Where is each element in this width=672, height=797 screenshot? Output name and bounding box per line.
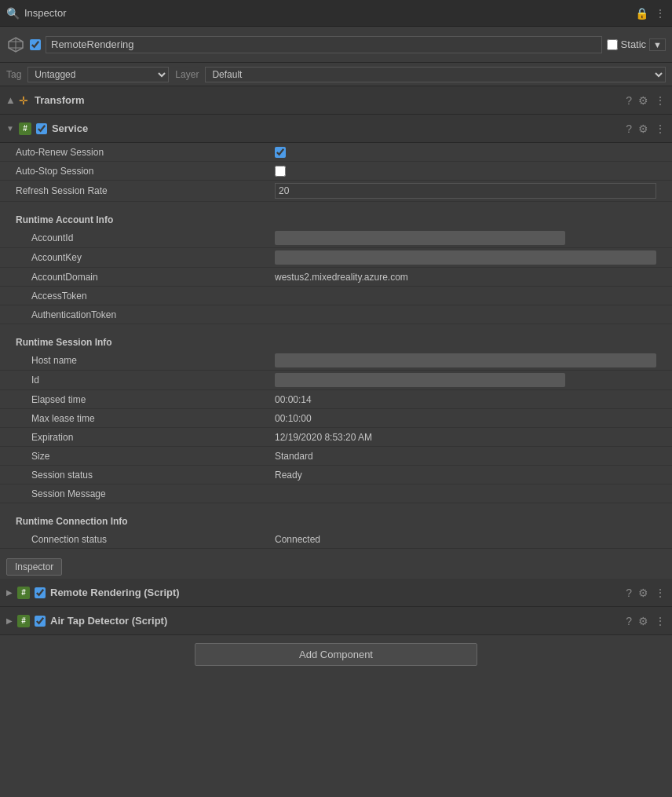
size-label: Size bbox=[16, 451, 275, 462]
service-toolbar: ? ⚙ ⋮ bbox=[626, 122, 666, 135]
transform-title: Transform bbox=[35, 94, 621, 106]
session-status-label: Session status bbox=[16, 470, 275, 481]
transform-arrow-icon: ▶ bbox=[5, 97, 14, 104]
tag-label: Tag bbox=[6, 69, 21, 80]
remote-rendering-menu-icon[interactable]: ⋮ bbox=[655, 587, 666, 599]
account-id-row: AccountId bbox=[0, 228, 672, 248]
max-lease-value: 00:10:00 bbox=[275, 413, 312, 424]
air-tap-toolbar: ? ⚙ ⋮ bbox=[626, 615, 666, 627]
gameobject-active-checkbox[interactable] bbox=[30, 39, 41, 50]
title-bar-text: Inspector bbox=[24, 7, 66, 19]
account-id-label: AccountId bbox=[16, 232, 275, 243]
account-domain-label: AccountDomain bbox=[16, 272, 275, 283]
gameobject-name-input[interactable] bbox=[46, 36, 602, 53]
session-message-row: Session Message bbox=[0, 484, 672, 503]
id-field[interactable] bbox=[275, 373, 565, 387]
remote-rendering-toolbar: ? ⚙ ⋮ bbox=[626, 587, 666, 599]
access-token-row: AccessToken bbox=[0, 287, 672, 305]
static-label: Static bbox=[621, 38, 647, 50]
add-component-button[interactable]: Add Component bbox=[195, 643, 477, 666]
air-tap-hash-icon: # bbox=[17, 615, 30, 627]
menu-icon[interactable]: ⋮ bbox=[655, 7, 666, 20]
gameobject-cube-icon bbox=[6, 35, 25, 54]
expiration-row: Expiration 12/19/2020 8:53:20 AM bbox=[0, 428, 672, 447]
service-arrow-icon: ▼ bbox=[6, 124, 14, 133]
lock-icon[interactable]: 🔒 bbox=[635, 7, 648, 20]
host-name-row: Host name bbox=[0, 351, 672, 371]
transform-icon: ✛ bbox=[17, 94, 30, 107]
account-domain-row: AccountDomain westus2.mixedreality.azure… bbox=[0, 268, 672, 287]
remote-rendering-arrow-icon: ▶ bbox=[6, 588, 13, 597]
auto-renew-checkbox[interactable] bbox=[275, 147, 286, 158]
transform-toolbar: ? ⚙ ⋮ bbox=[626, 94, 666, 107]
expiration-label: Expiration bbox=[16, 432, 275, 443]
account-key-label: AccountKey bbox=[16, 252, 275, 263]
id-row: Id bbox=[0, 371, 672, 390]
remote-rendering-settings-icon[interactable]: ⚙ bbox=[638, 587, 648, 599]
service-component-header[interactable]: ▼ # Service ? ⚙ ⋮ bbox=[0, 115, 672, 143]
inspector-button[interactable]: Inspector bbox=[6, 558, 62, 576]
service-active-checkbox[interactable] bbox=[36, 123, 47, 134]
service-hash-icon: # bbox=[19, 122, 31, 135]
service-menu-icon[interactable]: ⋮ bbox=[655, 122, 666, 135]
static-checkbox[interactable] bbox=[607, 39, 618, 50]
account-id-field[interactable] bbox=[275, 231, 565, 245]
auth-token-row: AuthenticationToken bbox=[0, 305, 672, 324]
session-status-row: Session status Ready bbox=[0, 466, 672, 484]
auth-token-label: AuthenticationToken bbox=[16, 309, 275, 320]
id-label: Id bbox=[16, 375, 275, 386]
auto-stop-row: Auto-Stop Session bbox=[0, 162, 672, 181]
service-settings-icon[interactable]: ⚙ bbox=[638, 122, 648, 135]
account-domain-value: westus2.mixedreality.azure.com bbox=[275, 272, 408, 283]
remote-rendering-help-icon[interactable]: ? bbox=[626, 587, 632, 599]
runtime-session-header: Runtime Session Info bbox=[0, 331, 672, 351]
runtime-account-header: Runtime Account Info bbox=[0, 208, 672, 228]
runtime-connection-header: Runtime Connection Info bbox=[0, 510, 672, 530]
service-help-icon[interactable]: ? bbox=[626, 122, 632, 135]
gameobject-header: Static ▼ bbox=[0, 27, 672, 63]
air-tap-title: Air Tap Detector (Script) bbox=[50, 615, 621, 627]
transform-component-header[interactable]: ▶ ✛ Transform ? ⚙ ⋮ bbox=[0, 86, 672, 115]
layer-select[interactable]: Default bbox=[205, 67, 666, 82]
auto-stop-label: Auto-Stop Session bbox=[16, 166, 275, 177]
remote-rendering-active-checkbox[interactable] bbox=[35, 587, 46, 598]
account-key-field[interactable] bbox=[275, 250, 656, 265]
max-lease-row: Max lease time 00:10:00 bbox=[0, 409, 672, 428]
air-tap-active-checkbox[interactable] bbox=[35, 616, 46, 627]
connection-status-value: Connected bbox=[275, 534, 320, 545]
expiration-value: 12/19/2020 8:53:20 AM bbox=[275, 432, 372, 443]
access-token-label: AccessToken bbox=[16, 291, 275, 302]
remote-rendering-script-header[interactable]: ▶ # Remote Rendering (Script) ? ⚙ ⋮ bbox=[0, 579, 672, 607]
elapsed-time-label: Elapsed time bbox=[16, 394, 275, 405]
transform-menu-icon[interactable]: ⋮ bbox=[655, 94, 666, 107]
static-container: Static ▼ bbox=[607, 38, 666, 51]
inspector-button-container: Inspector bbox=[0, 555, 672, 579]
refresh-rate-label: Refresh Session Rate bbox=[16, 185, 275, 196]
transform-settings-icon[interactable]: ⚙ bbox=[638, 94, 648, 107]
air-tap-menu-icon[interactable]: ⋮ bbox=[655, 615, 666, 627]
host-name-field[interactable] bbox=[275, 353, 656, 367]
refresh-rate-row: Refresh Session Rate bbox=[0, 181, 672, 202]
static-dropdown-button[interactable]: ▼ bbox=[649, 38, 666, 51]
session-message-label: Session Message bbox=[16, 488, 275, 499]
title-bar: 🔍 Inspector 🔒 ⋮ bbox=[0, 0, 672, 27]
air-tap-help-icon[interactable]: ? bbox=[626, 615, 632, 627]
size-value: Standard bbox=[275, 451, 313, 462]
connection-status-row: Connection status Connected bbox=[0, 530, 672, 549]
layer-label: Layer bbox=[175, 69, 199, 80]
tag-select[interactable]: Untagged bbox=[27, 67, 169, 82]
transform-help-icon[interactable]: ? bbox=[626, 94, 632, 107]
refresh-rate-input[interactable] bbox=[275, 183, 656, 199]
auto-stop-checkbox[interactable] bbox=[275, 166, 286, 177]
air-tap-arrow-icon: ▶ bbox=[6, 616, 13, 625]
service-title: Service bbox=[52, 122, 621, 134]
auto-renew-label: Auto-Renew Session bbox=[16, 147, 275, 158]
inspector-window-icon: 🔍 bbox=[6, 7, 20, 20]
air-tap-settings-icon[interactable]: ⚙ bbox=[638, 615, 648, 627]
remote-rendering-title: Remote Rendering (Script) bbox=[50, 587, 621, 598]
air-tap-detector-script-header[interactable]: ▶ # Air Tap Detector (Script) ? ⚙ ⋮ bbox=[0, 607, 672, 635]
account-key-row: AccountKey bbox=[0, 248, 672, 268]
size-row: Size Standard bbox=[0, 447, 672, 466]
connection-status-label: Connection status bbox=[16, 534, 275, 545]
auto-renew-row: Auto-Renew Session bbox=[0, 143, 672, 162]
